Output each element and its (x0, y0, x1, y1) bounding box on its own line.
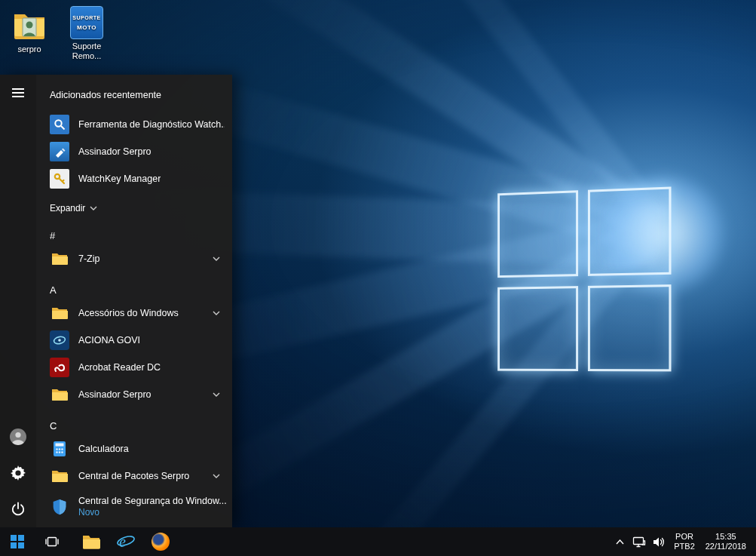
watchkey-icon (50, 169, 69, 189)
app-label: Acrobat Reader DC (78, 362, 161, 373)
hamburger-menu-button[interactable] (0, 75, 36, 111)
start-menu-rail (0, 75, 36, 527)
app-item-watchkey-manager[interactable]: WatchKey Manager (36, 165, 232, 192)
start-menu: Adicionados recentemente Ferramenta de D… (0, 75, 232, 527)
internet-explorer-icon: e (116, 533, 136, 551)
volume-tray-button[interactable] (649, 527, 669, 556)
app-label: ACIONA GOVI (78, 335, 140, 346)
app-label: Assinador Serpro (78, 389, 152, 400)
app-label: Acessórios do Windows (78, 308, 179, 318)
power-button[interactable] (0, 491, 36, 527)
settings-button[interactable] (0, 455, 36, 491)
app-label: Ferramenta de Diagnóstico Watch... (78, 119, 225, 130)
desktop-icon-serpro[interactable]: serpro (0, 9, 59, 54)
gear-icon (11, 465, 26, 481)
task-view-button[interactable] (35, 527, 69, 556)
chevron-down-icon (90, 206, 97, 210)
section-header-c[interactable]: C (36, 416, 232, 435)
file-explorer-icon (82, 534, 100, 549)
expand-label: Expandir (50, 203, 85, 213)
chevron-down-icon[interactable] (213, 392, 225, 397)
app-label: Assinador Serpro (78, 146, 152, 157)
desktop-screen: serpro SUPORTE MOTO Suporte Remo... (0, 0, 756, 556)
language-line1: POR (674, 532, 695, 542)
language-indicator[interactable]: POR PTB2 (669, 532, 700, 551)
chevron-up-icon (616, 539, 624, 545)
expand-button[interactable]: Expandir (50, 198, 232, 218)
app-item-central-seguranca[interactable]: Central de Segurança do Window... Novo (36, 490, 232, 524)
power-icon (11, 502, 26, 517)
recently-added-header: Adicionados recentemente (50, 90, 232, 105)
volume-icon (653, 536, 666, 548)
show-hidden-icons-button[interactable] (610, 527, 629, 556)
app-item-ferramenta-diagnostico[interactable]: Ferramenta de Diagnóstico Watch... (36, 111, 232, 138)
chevron-down-icon[interactable] (213, 311, 225, 315)
desktop-icon-suporte-remoto[interactable]: SUPORTE MOTO Suporte Remo... (57, 6, 116, 61)
app-label: Central de Pacotes Serpro (78, 471, 189, 481)
app-item-assinador-serpro-folder[interactable]: Assinador Serpro (36, 381, 232, 408)
app-item-acessorios-windows[interactable]: Acessórios do Windows (36, 300, 232, 327)
user-avatar-icon (9, 428, 27, 446)
internet-explorer-button[interactable]: e (109, 527, 143, 556)
suporte-remoto-icon: SUPORTE MOTO (69, 6, 104, 39)
app-item-central-pacotes[interactable]: Central de Pacotes Serpro (36, 462, 232, 490)
language-line2: PTB2 (674, 542, 695, 551)
network-icon (632, 536, 646, 548)
chevron-down-icon[interactable] (213, 256, 225, 261)
novo-badge: Novo (78, 507, 227, 518)
security-shield-icon (50, 497, 69, 517)
file-explorer-button[interactable] (74, 527, 109, 556)
clock-date: 22/11/2018 (705, 542, 746, 551)
desktop-icon-label: serpro (0, 45, 59, 54)
aciona-govi-icon (50, 330, 69, 350)
section-header-hash[interactable]: # (36, 226, 232, 245)
app-item-aciona-govi[interactable]: ACIONA GOVI (36, 327, 232, 354)
taskbar: e POR PTB2 (0, 527, 756, 556)
folder-icon (50, 249, 69, 269)
task-view-icon (44, 536, 60, 548)
app-label: WatchKey Manager (78, 174, 161, 184)
start-button[interactable] (0, 527, 35, 556)
assinador-serpro-icon (50, 142, 69, 161)
section-header-a[interactable]: A (36, 280, 232, 300)
app-label: 7-Zip (78, 253, 99, 264)
folder-icon (50, 466, 69, 486)
start-menu-app-list: Adicionados recentemente Ferramenta de D… (36, 75, 232, 527)
app-label: Central de Segurança do Window... (78, 496, 227, 507)
app-item-assinador-serpro-recent[interactable]: Assinador Serpro (36, 138, 232, 165)
clock-time: 15:35 (705, 532, 746, 542)
app-label: Calculadora (78, 444, 129, 454)
folder-icon (50, 303, 69, 323)
hamburger-icon (12, 86, 24, 100)
clock[interactable]: 15:35 22/11/2018 (700, 532, 751, 551)
acrobat-reader-icon (50, 358, 69, 377)
chevron-down-icon[interactable] (213, 474, 225, 478)
desktop-icon-label: Suporte Remo... (57, 41, 116, 61)
serpro-folder-icon (12, 9, 47, 42)
firefox-icon (152, 533, 170, 551)
user-account-button[interactable] (0, 419, 36, 455)
app-item-acrobat-reader[interactable]: Acrobat Reader DC (36, 354, 232, 381)
app-item-calculadora[interactable]: Calculadora (36, 435, 232, 462)
diagnostic-tool-icon (50, 115, 69, 134)
folder-icon (50, 385, 69, 404)
network-tray-button[interactable] (629, 527, 649, 556)
system-tray: POR PTB2 15:35 22/11/2018 (610, 527, 756, 556)
calculator-icon (50, 439, 69, 459)
svg-text:e: e (119, 533, 126, 550)
windows-logo-icon (11, 535, 24, 548)
app-item-7zip[interactable]: 7-Zip (36, 245, 232, 272)
firefox-button[interactable] (143, 527, 178, 556)
